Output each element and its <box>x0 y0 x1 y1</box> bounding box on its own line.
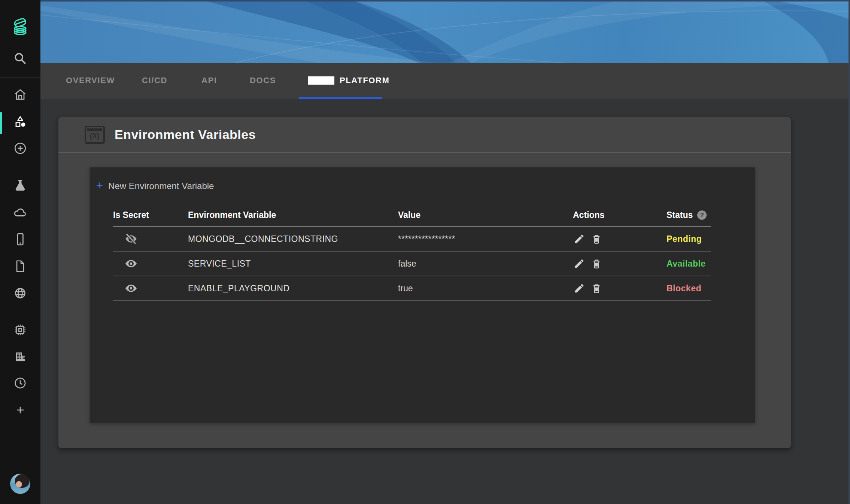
banner-abstract-shapes <box>40 0 850 63</box>
env-var-name: MONGODB__CONNECTIONSTRING <box>188 234 398 244</box>
home-icon <box>13 88 27 103</box>
cloud-icon <box>13 205 28 221</box>
sidebar-item-devices[interactable] <box>0 324 40 338</box>
shapes-icon <box>13 115 27 131</box>
column-header-status: Status ? <box>667 210 711 220</box>
page-title: Environment Variables <box>115 127 256 142</box>
delete-trash-icon[interactable] <box>591 233 602 245</box>
plus-icon <box>13 403 27 418</box>
column-header-actions: Actions <box>573 210 667 220</box>
sidebar-item-add[interactable] <box>0 404 40 418</box>
tab-api[interactable]: API <box>201 63 217 98</box>
building-icon <box>13 350 27 365</box>
edit-pencil-icon[interactable] <box>574 258 585 269</box>
eye-icon[interactable] <box>124 257 138 270</box>
new-environment-variable-button[interactable]: + New Environment Variable <box>96 179 214 194</box>
status-badge: Blocked <box>667 283 711 294</box>
sidebar-divider <box>0 166 40 166</box>
eye-off-icon[interactable] <box>124 232 138 246</box>
document-icon <box>13 259 27 275</box>
globe-icon <box>13 286 27 301</box>
search-icon <box>13 51 28 67</box>
tab-label: OVERVIEW <box>66 76 115 85</box>
env-var-value: false <box>398 259 573 269</box>
sidebar-item-organization[interactable] <box>0 350 40 365</box>
env-var-table: Is Secret Environment Variable Value Act… <box>113 204 711 301</box>
eye-icon[interactable] <box>124 282 138 295</box>
active-tab-underline <box>299 97 382 99</box>
table-row: MONGODB__CONNECTIONSTRING **************… <box>113 227 711 252</box>
sidebar <box>0 0 40 504</box>
status-badge: Pending <box>667 234 711 244</box>
sidebar-item-mobile[interactable] <box>0 233 40 247</box>
stacked-layers-logo-icon <box>10 16 30 37</box>
env-var-value: ***************** <box>398 234 573 244</box>
app-screen: OVERVIEW CI/CD API DOCS PLATFORM (X) Env… <box>0 0 850 504</box>
add-circle-icon <box>13 141 27 157</box>
status-badge: Available <box>667 259 711 269</box>
mobile-phone-icon <box>13 232 27 248</box>
sidebar-item-experiments[interactable] <box>0 179 40 193</box>
tab-label: PLATFORM <box>340 76 389 85</box>
tab-docs[interactable]: DOCS <box>250 63 276 98</box>
env-var-name: SERVICE_LIST <box>188 259 398 269</box>
status-help-icon[interactable]: ? <box>697 210 707 220</box>
sidebar-item-create[interactable] <box>0 142 40 156</box>
banner-top-strip <box>40 0 850 1</box>
table-row: ENABLE_PLAYGROUND true <box>113 276 711 301</box>
tab-cicd[interactable]: CI/CD <box>142 63 167 98</box>
edit-pencil-icon[interactable] <box>574 283 585 294</box>
tab-bar: OVERVIEW CI/CD API DOCS PLATFORM <box>40 63 850 99</box>
table-row: SERVICE_LIST false <box>113 252 711 276</box>
user-avatar[interactable] <box>10 474 30 494</box>
sidebar-item-history[interactable] <box>0 377 40 391</box>
env-var-name: ENABLE_PLAYGROUND <box>188 283 398 294</box>
new-environment-variable-label: New Environment Variable <box>108 181 214 191</box>
window-right-edge <box>849 0 850 504</box>
sidebar-divider <box>0 470 40 470</box>
tab-label: API <box>201 76 217 85</box>
flask-icon <box>13 178 27 194</box>
column-header-value: Value <box>398 210 573 220</box>
tab-label: DOCS <box>250 76 276 85</box>
card-header: (X) Environment Variables <box>58 117 791 153</box>
sidebar-item-web[interactable] <box>0 287 40 301</box>
tab-platform[interactable]: PLATFORM <box>308 63 389 98</box>
environment-variables-card: (X) Environment Variables + New Environm… <box>58 117 791 448</box>
sidebar-item-docs[interactable] <box>0 260 40 274</box>
chip-icon <box>13 323 27 338</box>
delete-trash-icon[interactable] <box>591 258 602 269</box>
clock-icon <box>13 376 27 392</box>
tab-label: CI/CD <box>142 76 167 85</box>
env-var-panel: + New Environment Variable Is Secret Env… <box>90 167 755 423</box>
plus-icon: + <box>96 179 103 192</box>
sidebar-item-home[interactable] <box>0 88 40 103</box>
sidebar-item-cloud[interactable] <box>0 206 40 220</box>
header-banner <box>40 0 850 63</box>
tab-overview[interactable]: OVERVIEW <box>66 63 115 98</box>
table-header-row: Is Secret Environment Variable Value Act… <box>113 204 711 227</box>
sidebar-item-search[interactable] <box>0 52 40 67</box>
delete-trash-icon[interactable] <box>591 283 602 294</box>
env-var-window-icon: (X) <box>85 126 105 144</box>
sidebar-item-catalog[interactable] <box>0 116 40 130</box>
column-header-env-variable: Environment Variable <box>188 210 398 220</box>
sidebar-divider <box>0 77 40 78</box>
app-logo[interactable] <box>0 17 40 37</box>
column-header-is-secret: Is Secret <box>113 210 188 220</box>
edit-pencil-icon[interactable] <box>574 233 585 245</box>
tab-logo-block <box>308 76 334 85</box>
env-var-value: true <box>398 283 573 294</box>
sidebar-divider <box>0 309 40 309</box>
